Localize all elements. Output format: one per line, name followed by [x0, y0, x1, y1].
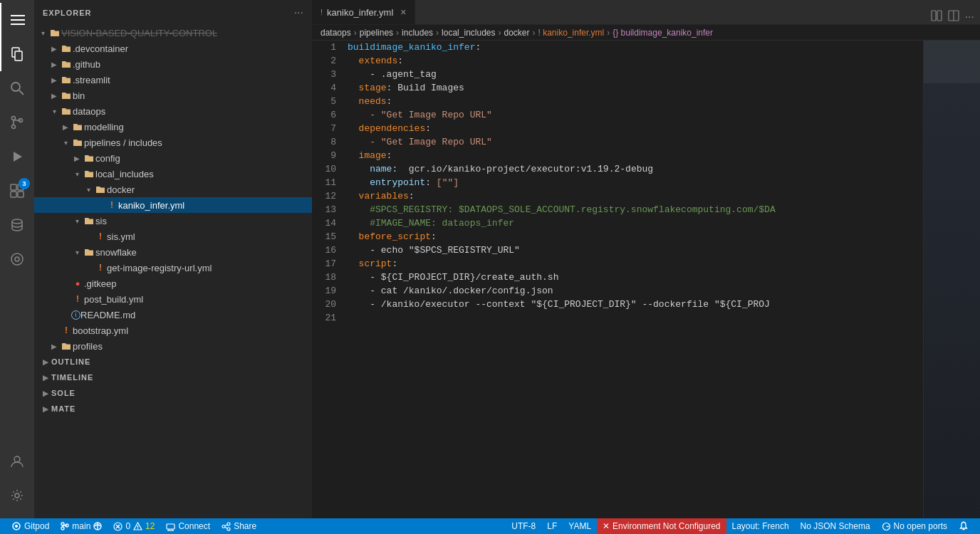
status-layout[interactable]: Layout: French	[726, 518, 795, 534]
tree-item-get-image-registry[interactable]: ! get-image-registry-url.yml	[34, 260, 312, 276]
tree-item-post-build[interactable]: ! post_build.yml	[34, 291, 312, 307]
sidebar: EXPLORER ··· ▾ VISION-BASED-QUALITY-CONT…	[34, 0, 312, 518]
tree-item-sis[interactable]: ▾ sis	[34, 213, 312, 229]
svg-rect-20	[932, 11, 936, 21]
mate-panel[interactable]: ▶ MATE	[34, 401, 312, 417]
svg-point-16	[11, 253, 23, 265]
breadcrumb-dataops[interactable]: dataops	[320, 28, 351, 38]
tree-item-readme[interactable]: i README.md	[34, 307, 312, 323]
settings-icon[interactable]	[0, 478, 34, 513]
breadcrumb-docker[interactable]: docker	[504, 28, 530, 38]
tree-item-dataops[interactable]: ▾ dataops	[34, 103, 312, 119]
sidebar-title: EXPLORER	[43, 9, 92, 17]
sidebar-content[interactable]: ▾ VISION-BASED-QUALITY-CONTROL ▶ .devcon…	[34, 25, 312, 518]
docker-arrow: ▾	[83, 182, 94, 197]
kaniko-arrow	[94, 197, 105, 213]
status-gitpod[interactable]: Gitpod	[6, 518, 55, 534]
status-layout-label: Layout: French	[732, 521, 789, 531]
github-label: .github	[73, 59, 312, 70]
status-env-label: Environment Not Configured	[612, 521, 720, 531]
sidebar-menu-button[interactable]: ···	[294, 6, 303, 19]
svg-point-19	[15, 493, 19, 498]
tree-item-local-includes[interactable]: ▾ local_includes	[34, 166, 312, 182]
pipelines-arrow: ▾	[60, 135, 71, 150]
code-line-13: #SPCS_REGISTRY: $DATAOPS_SOLE_ACCOUNT.re…	[348, 203, 917, 216]
menu-icon[interactable]	[0, 3, 34, 37]
root-folder[interactable]: ▾ VISION-BASED-QUALITY-CONTROL	[34, 25, 312, 41]
tab-filename: kaniko_infer.yml	[327, 7, 393, 18]
svg-marker-10	[14, 152, 22, 162]
tree-item-bin[interactable]: ▶ bin	[34, 88, 312, 103]
tree-item-pipelines-includes[interactable]: ▾ pipelines / includes	[34, 135, 312, 150]
code-line-16: - echo "$SPCS_REGISTRY_URL"	[348, 244, 917, 257]
code-editor[interactable]: 1 2 3 4 5 6 7 8 9 10 11 12 13 14 15 16 1…	[312, 41, 980, 518]
status-encoding[interactable]: UTF-8	[506, 518, 541, 534]
status-share[interactable]: Share	[216, 518, 262, 534]
code-line-15: before_script:	[348, 230, 917, 244]
active-tab[interactable]: ! kaniko_infer.yml ×	[312, 0, 415, 24]
extensions-icon[interactable]: 3	[0, 174, 34, 208]
explorer-icon[interactable]	[0, 37, 34, 71]
sis-yml-label: sis.yml	[107, 231, 312, 242]
tree-item-sis-yml[interactable]: ! sis.yml	[34, 229, 312, 244]
config-label: config	[95, 153, 312, 164]
editor-split-button[interactable]	[931, 10, 942, 24]
sole-panel[interactable]: ▶ SOLE	[34, 385, 312, 401]
outline-panel[interactable]: ▶ OUTLINE	[34, 354, 312, 370]
local-includes-arrow: ▾	[71, 166, 83, 182]
tree-item-docker[interactable]: ▾ docker	[34, 182, 312, 197]
breadcrumb-local-includes[interactable]: local_includes	[442, 28, 495, 38]
status-ports-label: No open ports	[894, 521, 947, 531]
status-env[interactable]: ✕ Environment Not Configured	[597, 518, 726, 534]
bootstrap-icon: !	[60, 323, 73, 338]
git-icon[interactable]	[0, 242, 34, 276]
editor-more-button[interactable]: ···	[965, 11, 974, 23]
tree-item-gitkeep[interactable]: ● .gitkeep	[34, 276, 312, 291]
bin-arrow: ▶	[48, 88, 60, 103]
code-content[interactable]: buildimage_kaniko_infer: extends: - .age…	[342, 41, 923, 518]
svg-point-5	[11, 83, 20, 91]
svg-point-18	[14, 456, 20, 462]
tree-item-profiles[interactable]: ▶ profiles	[34, 338, 312, 354]
modelling-icon	[71, 119, 84, 135]
tree-item-streamlit[interactable]: ▶ .streamlit	[34, 72, 312, 88]
breadcrumb-file[interactable]: ! kaniko_infer.yml	[538, 28, 605, 38]
profiles-label: profiles	[73, 341, 312, 352]
root-folder-label: VISION-BASED-QUALITY-CONTROL	[61, 28, 312, 38]
config-arrow: ▶	[71, 150, 83, 166]
breadcrumb-symbol[interactable]: {} buildimage_kaniko_infer	[612, 28, 713, 38]
svg-rect-0	[11, 15, 25, 16]
status-connect[interactable]: Connect	[160, 518, 216, 534]
tree-item-modelling[interactable]: ▶ modelling	[34, 119, 312, 135]
tree-item-kaniko-infer[interactable]: ! kaniko_infer.yml	[34, 197, 312, 213]
breadcrumb-includes[interactable]: includes	[402, 28, 433, 38]
tree-item-config[interactable]: ▶ config	[34, 150, 312, 166]
status-branch[interactable]: main	[55, 518, 108, 534]
tree-item-devcontainer[interactable]: ▶ .devcontainer	[34, 41, 312, 56]
run-debug-icon[interactable]	[0, 140, 34, 174]
database-icon[interactable]	[0, 208, 34, 242]
breadcrumb-pipelines[interactable]: pipelines	[360, 28, 393, 38]
svg-rect-11	[11, 184, 16, 190]
sole-label: SOLE	[51, 389, 75, 397]
tree-item-github[interactable]: ▶ .github	[34, 56, 312, 72]
editor-layout-button[interactable]	[948, 10, 959, 24]
source-control-icon[interactable]	[0, 105, 34, 140]
timeline-panel[interactable]: ▶ TIMELINE	[34, 370, 312, 385]
outline-label: OUTLINE	[51, 357, 90, 366]
status-ports[interactable]: No open ports	[876, 518, 953, 534]
tab-close-button[interactable]: ×	[400, 6, 406, 18]
status-notification[interactable]	[953, 518, 974, 534]
search-icon[interactable]	[0, 71, 34, 105]
code-line-2: extends:	[348, 54, 917, 68]
account-icon[interactable]	[0, 444, 34, 478]
devcontainer-icon	[60, 41, 73, 56]
svg-point-25	[15, 525, 18, 528]
status-eol[interactable]: LF	[541, 518, 563, 534]
status-language[interactable]: YAML	[563, 518, 597, 534]
tree-item-bootstrap[interactable]: ! bootstrap.yml	[34, 323, 312, 338]
status-json-schema[interactable]: No JSON Schema	[795, 518, 876, 534]
status-errors[interactable]: 0 12	[108, 518, 160, 534]
tree-item-snowflake[interactable]: ▾ snowflake	[34, 244, 312, 260]
code-line-20: - /kaniko/executor --context "${CI_PROJE…	[348, 298, 917, 311]
